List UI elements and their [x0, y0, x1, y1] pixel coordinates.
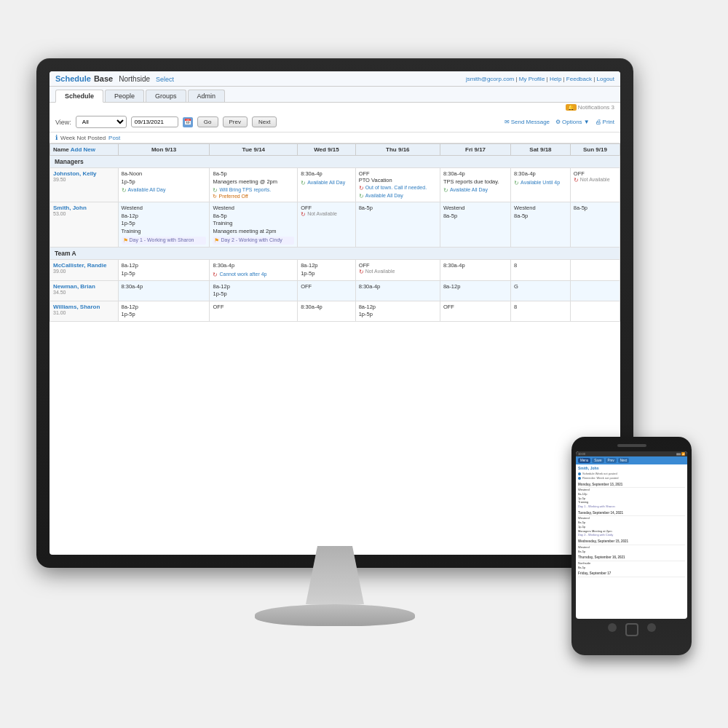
group-label-teama: Team A [50, 248, 620, 260]
shift-text: 8:30a-4pTPS reports due today. [443, 170, 507, 186]
logo-schedule: Schedule [55, 74, 91, 83]
options-label: Options [562, 119, 582, 125]
phone-menu-button[interactable] [647, 623, 656, 632]
phone-day-monday: Monday, September 13, 2021 Westend 8a-12… [578, 483, 685, 509]
nav-tabs: Schedule People Groups Admin [50, 87, 620, 103]
tab-admin[interactable]: Admin [188, 90, 226, 102]
post-link[interactable]: Post [108, 135, 120, 141]
day-header-sat: Sat 9/18 [511, 144, 571, 156]
go-button[interactable]: Go [197, 116, 218, 127]
day-header-fri: Fri 9/17 [440, 144, 510, 156]
shift-text: 8:30a-4p [514, 170, 567, 178]
calendar-icon[interactable]: 📅 [183, 117, 193, 127]
toolbar: View: All Managers Team A 📅 Go Prev Next [50, 112, 620, 132]
app-ui: ScheduleBase Northside Select jsmith@gco… [50, 71, 620, 555]
off-text: OFF [301, 283, 352, 290]
help-link[interactable]: Help [550, 76, 561, 82]
phone-day-tuesday: Tuesday, September 14, 2021 Westend 8a-5… [578, 511, 685, 537]
day-note-icon: ⚑ [214, 237, 219, 244]
shift-text: 8a-Noon1p-5p [122, 170, 207, 186]
shift-cell: 8a-5pManagers meeting @ 2pm ↻ Will Bring… [210, 168, 298, 202]
user-email: jsmith@gcorp.com [466, 76, 514, 82]
phone-home-button[interactable] [625, 623, 638, 636]
toolbar-right: ✉ Send Message ⚙ Options ▼ 🖨 Print [505, 119, 614, 125]
tab-schedule[interactable]: Schedule [55, 90, 103, 103]
shift-cell: G [511, 280, 571, 301]
phone-nav-prev[interactable]: Prev [606, 458, 617, 463]
employee-name-newman[interactable]: Newman, Brian [53, 283, 115, 290]
schedule-table-wrapper: Name Add New Mon 9/13 Tue 9/14 Wed 9/15 … [50, 143, 620, 322]
availability-note: ↻ Will Bring TPS reports. [213, 187, 294, 194]
phone-day-header: Wednesday, September 15, 2021 [578, 539, 685, 545]
shift-cell: 8a-Noon1p-5p ↻ Available All Day [118, 168, 210, 202]
day-note: ⚑ Day 2 - Working with Cindy [213, 237, 294, 245]
print-button[interactable]: 🖨 Print [596, 119, 614, 125]
off-text: OFFPTO Vacation [359, 170, 437, 183]
employee-name-cell: Johnston, Kelly 39.50 [50, 168, 119, 202]
availability-note: ↻ Available Until 4p [514, 180, 567, 186]
shift-cell: 8a-12p1p-5p [210, 280, 298, 301]
logout-link[interactable]: Logout [597, 76, 614, 82]
shift-cell [570, 280, 620, 301]
shift-cell: 8:30a-4p [355, 280, 440, 301]
send-message-button[interactable]: ✉ Send Message [505, 119, 550, 125]
logo-select-link[interactable]: Select [156, 76, 174, 83]
shift-text: 8:30a-4p [301, 304, 352, 312]
not-avail-icon: ↻ [574, 177, 579, 183]
employee-name-cell: Williams, Sharon 31.00 [50, 301, 119, 321]
gear-icon: ⚙ [555, 119, 561, 125]
date-input[interactable] [131, 116, 178, 127]
notifications-text[interactable]: Notifications 3 [578, 104, 614, 111]
phone-nav-save[interactable]: Save [592, 458, 604, 463]
employee-name-smith[interactable]: Smith, John [53, 205, 115, 211]
next-button[interactable]: Next [252, 116, 277, 127]
phone-nav: Menu Save Prev Next [576, 456, 687, 464]
day-header-tue: Tue 9/14 [210, 144, 298, 156]
shift-text: 8:30a-4p [443, 262, 507, 270]
phone-day-wednesday: Wednesday, September 15, 2021 Westend 8a… [578, 539, 685, 553]
shift-cell: OFF [210, 301, 298, 321]
add-new-link[interactable]: Add New [71, 146, 95, 153]
week-not-posted-text: Week Not Posted [60, 135, 106, 141]
view-select[interactable]: All Managers Team A [76, 116, 127, 128]
shift-cell: 8:30a-4pTPS reports due today. ↻ Availab… [440, 168, 510, 202]
avail-icon-2: ↻ [359, 193, 364, 199]
employee-name-williams[interactable]: Williams, Sharon [53, 304, 115, 310]
feedback-link[interactable]: Feedback [566, 76, 592, 82]
employee-name-johnston[interactable]: Johnston, Kelly [53, 170, 115, 177]
shift-text: 8:30a-4p [213, 262, 294, 270]
name-header-label: Name [53, 146, 69, 153]
options-button[interactable]: ⚙ Options ▼ [555, 119, 590, 125]
phone-nav-menu[interactable]: Menu [578, 458, 590, 463]
shift-text: 8 [514, 304, 567, 312]
phone-back-button[interactable] [608, 623, 617, 632]
phone-nav-next[interactable]: Next [618, 458, 629, 463]
shift-cell: 8a-12p1p-5p [298, 260, 355, 281]
employee-hours-johnston: 39.50 [53, 177, 115, 182]
phone-signal: ▮▮▮ 📶 [676, 452, 685, 456]
table-row: Smith, John 53.00 Westend8a-12p1p-5pTrai… [50, 202, 620, 248]
shift-text: 8a-12p1p-5p [301, 262, 352, 277]
info-icon: ℹ [55, 134, 58, 141]
shift-text: 8a-12p1p-5p [122, 304, 207, 319]
my-profile-link[interactable]: My Profile [519, 76, 545, 82]
shift-text: Westend8a-12p1p-5pTraining [122, 205, 207, 235]
prev-button[interactable]: Prev [223, 116, 248, 127]
shift-cell: OFF [298, 280, 355, 301]
shift-cell: OFF ↻ Not Available [570, 168, 620, 202]
employee-name-mccallister[interactable]: McCallister, Randie [53, 262, 115, 269]
shift-cell: Westend8a-5p [511, 202, 571, 248]
monitor-screen: ScheduleBase Northside Select jsmith@gco… [50, 71, 620, 555]
shift-text: 8a-12p [443, 283, 507, 291]
avail-icon: ↻ [213, 187, 218, 194]
tab-groups[interactable]: Groups [146, 90, 186, 102]
logo-base: Base [94, 74, 113, 83]
phone-shift: 8a-5p [578, 550, 685, 554]
phone-shift: 8a-12p1p-5pTraining [578, 492, 685, 505]
shift-cell: Westend8a-12p1p-5pTraining ⚑ Day 1 - Wor… [118, 202, 210, 248]
phone-user-name: Smith, John [578, 466, 685, 472]
monitor-stand-base [255, 604, 415, 626]
shift-text: 8a-5p [359, 205, 437, 213]
shift-cell: 8a-5p [355, 202, 440, 248]
tab-people[interactable]: People [105, 90, 144, 102]
